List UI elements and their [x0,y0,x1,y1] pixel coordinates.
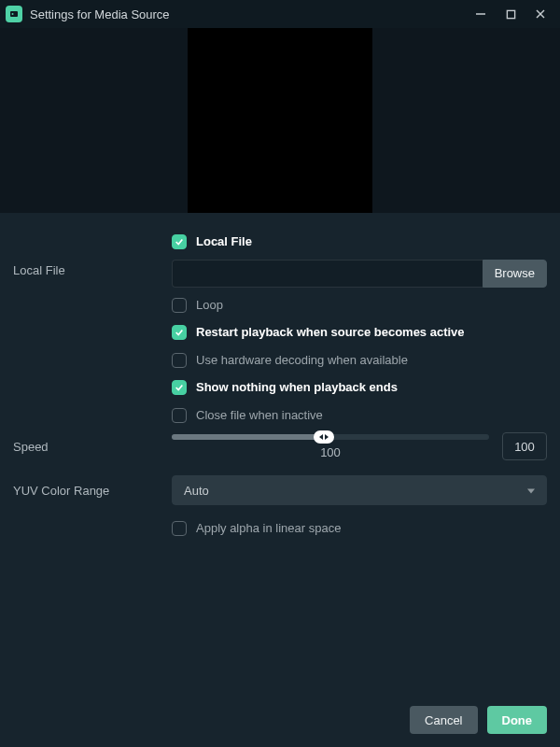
footer: Cancel Done [0,697,560,747]
close-icon[interactable] [532,6,549,22]
local-file-label: Local File [13,260,162,277]
done-button[interactable]: Done [487,706,548,734]
restart-on-active-label: Restart playback when source becomes act… [196,324,465,341]
preview-area [0,28,560,213]
svg-rect-3 [507,10,514,18]
checkbox-icon [172,234,187,249]
hw-decode-label: Use hardware decoding when available [196,352,408,369]
checkbox-icon [172,353,187,368]
titlebar: Settings for Media Source [0,0,560,28]
close-inactive-label: Close file when inactive [196,407,323,424]
speed-slider[interactable] [172,434,489,440]
yuv-color-range-select[interactable]: Auto [172,475,547,505]
checkbox-icon [172,298,187,313]
window-controls [472,6,554,22]
restart-on-active-checkbox-row[interactable]: Restart playback when source becomes act… [172,324,547,341]
slider-thumb-icon[interactable] [314,430,334,444]
checkbox-icon [172,408,187,423]
loop-checkbox-row[interactable]: Loop [172,297,547,314]
media-preview [188,28,372,213]
checkbox-icon [172,521,187,536]
svg-rect-0 [10,11,18,17]
close-inactive-checkbox-row[interactable]: Close file when inactive [172,407,547,424]
loop-label: Loop [196,297,223,314]
maximize-icon[interactable] [502,6,519,22]
cancel-button[interactable]: Cancel [410,706,477,734]
minimize-icon[interactable] [472,6,489,22]
checkbox-icon [172,325,187,340]
checkbox-icon [172,380,187,395]
local-file-input[interactable] [172,260,483,288]
app-icon [6,6,22,22]
local-file-checkbox-label: Local File [196,233,252,250]
apply-alpha-label: Apply alpha in linear space [196,520,341,537]
apply-alpha-checkbox-row[interactable]: Apply alpha in linear space [172,520,547,537]
yuv-select-value: Auto [184,484,209,498]
svg-point-1 [12,13,14,15]
local-file-checkbox-row[interactable]: Local File [172,233,547,250]
show-nothing-label: Show nothing when playback ends [196,379,398,396]
speed-slider-value: 100 [320,445,341,459]
slider-fill [172,434,324,440]
browse-button[interactable]: Browse [483,260,547,288]
yuv-label: YUV Color Range [13,484,162,498]
hw-decode-checkbox-row[interactable]: Use hardware decoding when available [172,352,547,369]
settings-form: Local File Local File Browse Loop [0,213,560,697]
show-nothing-checkbox-row[interactable]: Show nothing when playback ends [172,379,547,396]
speed-label: Speed [13,440,162,454]
speed-input[interactable] [502,432,547,460]
window-title: Settings for Media Source [30,7,465,21]
